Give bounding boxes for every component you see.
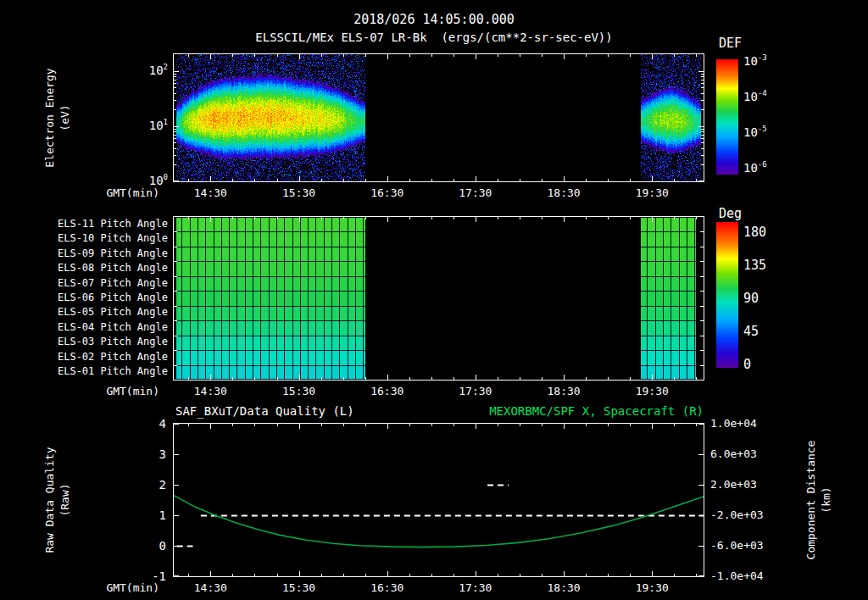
distance-y-axis-label: Component Distance (km) <box>804 441 833 560</box>
colorbar-def-label: DEF <box>719 36 742 51</box>
x-tick-label: 19:30 <box>626 581 677 594</box>
left-series-title: SAF_BXuT/Data Quality (L) <box>175 404 354 418</box>
x-tick-label: 17:30 <box>450 385 501 397</box>
pitch-row-label: ELS-04 Pitch Angle <box>51 321 168 333</box>
y-tick-label: 1 <box>127 508 166 522</box>
y-axis-label-line: Raw Data Quality <box>42 447 58 553</box>
pitch-row-label: ELS-02 Pitch Angle <box>51 351 168 363</box>
colorbar-tick-label: 135 <box>743 258 766 273</box>
right-series-title: MEXORBMC/SPF X, Spacecraft (R) <box>381 404 704 418</box>
x-tick-label: 18:30 <box>538 581 589 594</box>
x-tick-label: 17:30 <box>450 581 501 594</box>
pitch-row-label: ELS-09 Pitch Angle <box>51 247 168 259</box>
y-tick-label: 0 <box>127 539 166 553</box>
pitch-row-label: ELS-11 Pitch Angle <box>51 218 168 230</box>
x-axis-label: GMT(min) <box>100 385 159 397</box>
pitch-row-label: ELS-03 Pitch Angle <box>51 336 168 347</box>
x-tick-label: 15:30 <box>274 186 325 199</box>
spectrogram-panel <box>173 53 704 182</box>
x-axis-label: GMT(min) <box>100 186 159 199</box>
y-tick-label: -2.0e+03 <box>710 508 764 521</box>
x-tick-label: 17:30 <box>450 186 501 199</box>
y-tick-label: 3 <box>127 447 166 461</box>
x-tick-label: 14:30 <box>185 186 236 199</box>
y-axis-label-line: (eV) <box>58 68 73 167</box>
colorbar-tick-label: 10-4 <box>743 90 767 103</box>
x-tick-label: 16:30 <box>362 385 413 397</box>
y-tick-label: 2.0e+03 <box>710 478 757 491</box>
colorbar-deg-label: Deg <box>719 206 742 221</box>
def-colorbar <box>716 59 738 175</box>
y-tick-label: -6.0e+03 <box>710 539 764 552</box>
pitch-row-label: ELS-07 Pitch Angle <box>51 277 168 289</box>
x-tick-label: 18:30 <box>538 186 589 199</box>
y-tick-label: -1.0e+04 <box>710 569 764 582</box>
science-plot-window: 2018/026 14:05:00.000 ELSSCIL/MEx ELS-07… <box>0 0 868 600</box>
spectrogram-plot <box>174 54 704 181</box>
colorbar-tick-label: 10-3 <box>743 54 767 68</box>
y-tick-label: 100 <box>125 174 168 187</box>
pitch-row-label: ELS-05 Pitch Angle <box>51 306 168 318</box>
deg-colorbar <box>716 222 738 368</box>
x-tick-label: 15:30 <box>274 581 325 594</box>
x-tick-label: 16:30 <box>362 186 413 199</box>
x-tick-label: 15:30 <box>274 385 325 397</box>
colorbar-tick-label: 10-6 <box>743 161 767 175</box>
x-axis-label: GMT(min) <box>100 581 159 594</box>
pitch-row-label: ELS-08 Pitch Angle <box>51 262 168 274</box>
x-tick-label: 18:30 <box>538 385 589 397</box>
y-tick-label: 4 <box>127 417 166 431</box>
y-axis-label-line: Electron Energy <box>42 68 58 167</box>
colorbar-tick-label: 90 <box>743 291 759 306</box>
pitch-row-label: ELS-06 Pitch Angle <box>51 292 168 303</box>
colorbar-tick-label: 0 <box>743 357 751 372</box>
x-tick-label: 19:30 <box>626 186 677 199</box>
y-axis-label-line: Component Distance <box>804 441 819 560</box>
x-tick-label: 19:30 <box>626 385 677 397</box>
y-axis-label-line: (km) <box>819 441 834 560</box>
x-tick-label: 14:30 <box>185 581 236 594</box>
x-tick-label: 16:30 <box>362 581 413 594</box>
colorbar-tick-label: 10-5 <box>743 125 767 139</box>
pitch-row-label: ELS-10 Pitch Angle <box>51 232 168 244</box>
y-tick-label: 1.0e+04 <box>710 417 757 430</box>
pitch-angle-panel <box>173 216 704 381</box>
colorbar-tick-label: 180 <box>743 225 766 240</box>
quality-y-axis-label: Raw Data Quality (Raw) <box>42 447 72 553</box>
line-plot-panel <box>173 423 704 577</box>
y-tick-label: 6.0e+03 <box>710 447 757 460</box>
spectrogram-y-axis-label: Electron Energy (eV) <box>42 68 72 167</box>
y-tick-label: 2 <box>127 478 166 492</box>
y-tick-label: 101 <box>125 119 168 132</box>
pitch-angle-plot <box>174 217 704 380</box>
page-title: 2018/026 14:05:00.000 <box>0 12 868 27</box>
line-plot <box>174 424 704 576</box>
x-tick-label: 14:30 <box>185 385 236 397</box>
pitch-row-label: ELS-01 Pitch Angle <box>51 365 168 377</box>
y-tick-label: 102 <box>125 64 168 77</box>
colorbar-tick-label: 45 <box>743 324 759 339</box>
y-axis-label-line: (Raw) <box>58 447 73 553</box>
